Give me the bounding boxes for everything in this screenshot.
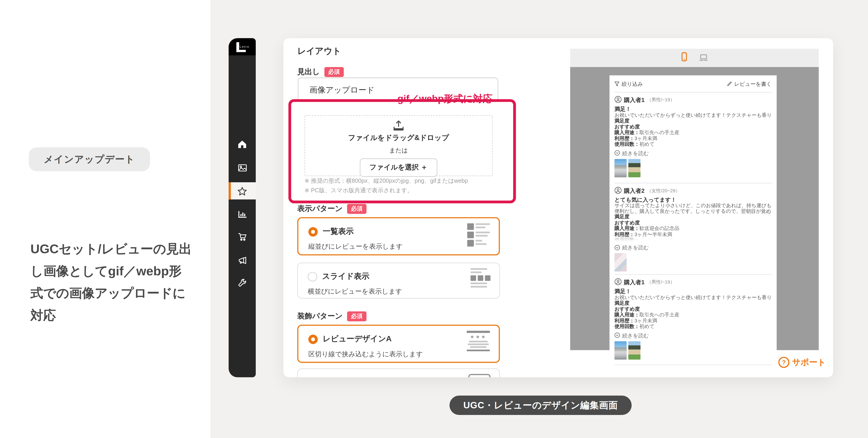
option-review-design-a[interactable]: レビューデザインA 区切り線で挟み込むように表示します ★★★ <box>297 325 500 363</box>
update-description: UGCセット/レビューの見出し画像としてgif／webp形式での画像アップロード… <box>31 238 194 326</box>
letro-logo: Letro <box>228 38 256 55</box>
megaphone-icon <box>238 256 247 264</box>
radio-selected[interactable] <box>308 227 318 237</box>
field-label: 使用回数 <box>615 324 634 329</box>
help-icon: ? <box>778 357 789 368</box>
sidebar-item-commerce[interactable] <box>228 228 256 245</box>
upload-icon <box>393 120 405 132</box>
review-body: お祝いでいただいてからずっと使い続けてます！テクスチャーも香りも大好きです！これ… <box>615 295 772 300</box>
field-label: 購入用途 <box>615 226 634 231</box>
option-slide-display[interactable]: スライド表示 横並びにレビューを表示します <box>297 263 500 299</box>
read-more-label: 続きを読む <box>622 332 649 340</box>
field-label: おすすめ度 <box>615 220 640 225</box>
review-photo[interactable] <box>628 159 640 177</box>
required-badge: 必須 <box>347 312 367 321</box>
editor-window: レイアウト 見出し 必須 gif／webp形式に対応 ファイルをドラッグ&ドロッ… <box>283 38 833 377</box>
option-description: 横並びにレビューを表示します <box>308 287 402 296</box>
display-pattern-label-row: 表示パターン 必須 <box>297 204 366 214</box>
file-dropzone[interactable]: ファイルをドラッグ&ドロップ または ファイルを選択 ＋ <box>305 115 493 176</box>
field-separator: ： <box>629 232 634 237</box>
select-file-button[interactable]: ファイルを選択 ＋ <box>360 158 437 177</box>
sidebar-item-ugc-review[interactable] <box>228 182 256 199</box>
tab-desktop-preview[interactable] <box>699 53 708 63</box>
review-item-3: 購入者1 （男性/~19） 満足！ お祝いでいただいてからずっと使い続けてます！… <box>615 279 772 359</box>
support-label: サポート <box>792 357 826 368</box>
field-label: おすすめ度 <box>615 306 640 312</box>
field-separator: ： <box>634 324 640 329</box>
review-title: 満足！ <box>615 287 772 294</box>
dropzone-main-text: ファイルをドラッグ&ドロップ <box>305 133 492 143</box>
dropzone-notes: ※ 推奨の形式：横800px、縦200pxのjpg、png、gifまたはwebp… <box>305 176 468 195</box>
dropzone-note-1: ※ 推奨の形式：横800px、縦200pxのjpg、png、gifまたはwebp <box>305 176 468 185</box>
field-label: 利用歴 <box>615 318 629 323</box>
avatar-icon <box>615 186 622 196</box>
list-layout-thumbnail <box>467 223 490 248</box>
divider <box>615 274 772 275</box>
cart-icon <box>238 233 247 241</box>
dropzone-or-text: または <box>305 146 492 154</box>
field-label: 満足度 <box>615 118 629 123</box>
chevron-down-circle-icon <box>615 332 620 339</box>
slide-layout-thumbnail <box>470 268 490 287</box>
sidebar-item-analytics[interactable] <box>228 206 256 223</box>
write-review-button[interactable]: レビューを書く <box>727 81 772 88</box>
option-review-design-b[interactable]: レビューデザインB <box>297 369 500 377</box>
field-separator: ： <box>634 141 640 147</box>
sidebar-item-images[interactable] <box>228 159 256 176</box>
read-more-label: 続きを読む <box>622 150 649 157</box>
field-label: 満足度 <box>615 300 629 306</box>
radio-unselected[interactable] <box>308 272 317 281</box>
chevron-down-circle-icon <box>615 245 620 252</box>
radio-selected[interactable] <box>308 335 318 344</box>
read-more-button[interactable]: 続きを読む <box>615 151 772 157</box>
left-panel: メインアップデート UGCセット/レビューの見出し画像としてgif／webp形式… <box>0 0 210 438</box>
logo-l-icon <box>237 50 246 52</box>
field-label: 利用歴 <box>615 136 629 141</box>
reviewer-name: 購入者1 <box>624 96 645 104</box>
field-separator: ： <box>634 237 640 241</box>
smartphone-icon <box>681 52 687 64</box>
read-more-button[interactable]: 続きを読む <box>615 333 772 339</box>
review-item-2: 購入者2 （女性/20~29） とても気に入ってます！ サイズは思ってたより小さ… <box>615 187 772 272</box>
field-value: 初めて <box>640 324 655 329</box>
sidebar-item-announcements[interactable] <box>228 252 256 269</box>
chevron-down-circle-icon <box>615 150 620 157</box>
required-badge: 必須 <box>324 67 344 77</box>
read-more-label: 続きを読む <box>622 244 649 252</box>
field-separator: ： <box>634 226 640 231</box>
field-label: 購入用途 <box>615 130 634 135</box>
tab-smartphone-preview[interactable] <box>681 52 687 64</box>
home-icon <box>238 140 247 148</box>
reviewer-name: 購入者2 <box>624 187 645 195</box>
review-photo[interactable] <box>615 341 627 359</box>
design-a-thumbnail: ★★★ <box>467 331 490 351</box>
section-title: レイアウト <box>297 46 341 57</box>
option-list-display[interactable]: 一覧表示 縦並びにレビューを表示します <box>297 217 500 256</box>
field-value: 歓送迎会の記念品 <box>640 226 679 231</box>
read-more-button[interactable]: 続きを読む <box>615 245 772 251</box>
write-review-label: レビューを書く <box>734 81 772 88</box>
sidebar-item-settings[interactable] <box>228 274 256 291</box>
reviewer-meta: （男性/~19） <box>647 97 675 103</box>
heading-label: 見出し <box>297 67 320 77</box>
decoration-pattern-label-row: 装飾パターン 必須 <box>297 312 366 321</box>
filter-button[interactable]: 絞り込み <box>615 81 643 88</box>
option-label: スライド表示 <box>322 271 369 282</box>
review-item-1: 購入者1 （男性/~19） 満足！ お祝いでいただいてからずっと使い続けてます！… <box>615 96 772 177</box>
dropzone-note-2: ※ PC版、スマホ版共通で表示されます。 <box>305 186 468 195</box>
review-photo[interactable] <box>615 254 627 272</box>
sidebar-item-home[interactable] <box>228 136 256 153</box>
field-separator: ： <box>629 136 634 141</box>
field-separator: ： <box>629 318 634 323</box>
field-label: 満足度 <box>615 214 629 219</box>
avatar-icon <box>615 95 622 105</box>
review-photo[interactable] <box>628 341 640 359</box>
caption-pill: UGC・レビューのデザイン編集画面 <box>450 396 632 415</box>
review-photo[interactable] <box>615 159 627 177</box>
field-value: 取引先への手土産 <box>640 312 680 318</box>
review-body: お祝いでいただいてからずっと使い続けてます！テクスチャーも香りも大好きです！これ… <box>615 113 772 118</box>
field-value: 3ヶ月未満 <box>634 318 657 323</box>
support-button[interactable]: ? サポート <box>778 357 826 368</box>
divider <box>615 364 772 365</box>
required-badge: 必須 <box>347 204 367 214</box>
